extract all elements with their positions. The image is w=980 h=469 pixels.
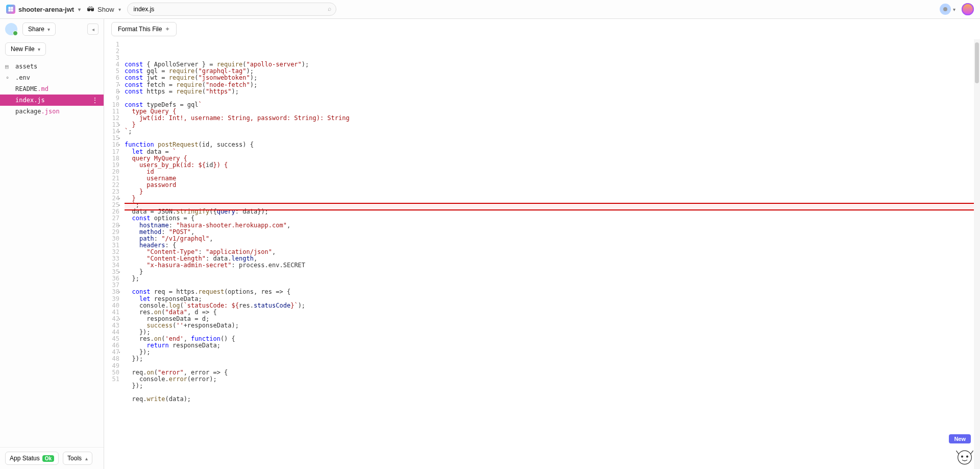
new-file-button[interactable]: New File ▾ — [5, 42, 46, 56]
file-name: .env — [15, 74, 30, 81]
vertical-scrollbar[interactable] — [974, 39, 980, 469]
file-item[interactable]: README.md — [0, 83, 104, 95]
line-number: 49 — [104, 363, 119, 369]
code-line: const req = https.request(options, res =… — [125, 289, 980, 295]
sparkle-icon: ✦ — [165, 26, 170, 33]
code-line: } — [125, 189, 980, 195]
svg-point-1 — [961, 456, 963, 458]
code-line: }); — [125, 329, 980, 336]
file-icon: ▤ — [5, 63, 12, 70]
line-number: 50 — [104, 369, 119, 376]
collapse-sidebar-button[interactable]: ◂ — [87, 24, 99, 35]
topbar: shooter-arena-jwt ▾ 🕶 Show ▾ ⌕ ▾ — [0, 0, 980, 19]
chevron-down-icon: ▾ — [953, 7, 955, 12]
line-number: 31 — [104, 242, 119, 249]
search-input[interactable] — [127, 3, 336, 16]
file-name: assets — [15, 63, 37, 70]
file-item[interactable]: ⚬.env — [0, 72, 104, 83]
show-button[interactable]: 🕶 Show ▾ — [87, 5, 121, 14]
line-number: 6 — [104, 75, 119, 81]
app-status-label: App Status — [10, 455, 40, 462]
code-line: console.log(`statusCode: ${res.statusCod… — [125, 302, 980, 309]
file-name: index.js — [15, 97, 45, 104]
line-gutter: 1234567▾8▾910111213▾14▾15▾16▾17181920212… — [104, 41, 125, 403]
sidebar-footer: App Status Ok Tools ▴ — [0, 447, 104, 469]
glitch-logo-icon[interactable] — [962, 3, 974, 15]
file-name: package.json — [15, 108, 60, 115]
file-item[interactable]: package.json — [0, 106, 104, 117]
code-line: }; — [125, 275, 980, 282]
code-line — [125, 95, 980, 102]
user-menu[interactable]: ▾ — [940, 4, 955, 15]
new-badge-button[interactable]: New — [949, 434, 971, 443]
line-number: 20 — [104, 169, 119, 175]
line-number: 30 — [104, 236, 119, 242]
code-content: const { ApolloServer } = require("apollo… — [125, 41, 980, 403]
user-presence-icon[interactable] — [5, 23, 17, 35]
line-number: 9 — [104, 95, 119, 102]
editor-toolbar: Format This File ✦ — [104, 19, 980, 39]
project-selector[interactable]: shooter-arena-jwt ▾ — [6, 5, 81, 14]
share-button[interactable]: Share ▾ — [22, 22, 56, 36]
svg-point-0 — [958, 451, 972, 464]
code-line: id — [125, 169, 980, 175]
line-number: 17 — [104, 149, 119, 155]
scrollbar-thumb[interactable] — [975, 42, 979, 83]
line-number: 27 — [104, 215, 119, 222]
sunglasses-icon: 🕶 — [87, 5, 94, 14]
code-editor[interactable]: 1234567▾8▾910111213▾14▾15▾16▾17181920212… — [104, 39, 980, 469]
tools-button[interactable]: Tools ▴ — [63, 452, 92, 465]
chevron-down-icon: ▾ — [47, 27, 50, 32]
code-line: jwt(id: Int!, username: String, password… — [125, 115, 980, 122]
line-number: 28▾ — [104, 222, 119, 229]
file-icon: ⚬ — [5, 75, 12, 81]
line-number: 7▾ — [104, 82, 119, 88]
code-line: }); — [125, 356, 980, 362]
svg-point-2 — [966, 456, 968, 458]
code-line: } — [125, 195, 980, 202]
line-number: 8▾ — [104, 88, 119, 95]
code-line: res.on("data", d => { — [125, 309, 980, 316]
code-line: query MyQuery { — [125, 155, 980, 162]
format-label: Format This File — [118, 26, 162, 33]
code-line: data = JSON.stringify({query: data}); — [125, 208, 980, 215]
chevron-down-icon: ▾ — [118, 7, 121, 12]
code-line: res.on('end', function() { — [125, 336, 980, 342]
code-line: `; — [125, 128, 980, 135]
main: Share ▾ ◂ New File ▾ ▤assets⚬.envREADME.… — [0, 19, 980, 469]
sidebar-header: Share ▾ ◂ — [0, 19, 104, 39]
code-line: success(''+responseData); — [125, 322, 980, 329]
sidebar: Share ▾ ◂ New File ▾ ▤assets⚬.envREADME.… — [0, 19, 104, 469]
code-line: password — [125, 182, 980, 189]
sidebar-tools: New File ▾ — [0, 39, 104, 61]
line-number: 10 — [104, 102, 119, 108]
line-number: 40 — [104, 302, 119, 309]
code-line: hostname: "hasura-shooter.herokuapp.com"… — [125, 222, 980, 229]
code-line: users_by_pk(id: ${id}) { — [125, 162, 980, 169]
help-mascot-button[interactable] — [954, 445, 975, 466]
line-number: 51 — [104, 376, 119, 383]
user-avatar-icon — [940, 4, 951, 15]
code-line: responseData = d; — [125, 316, 980, 322]
file-name: README.md — [15, 85, 48, 92]
code-line: console.error(error); — [125, 376, 980, 383]
line-number: 19 — [104, 162, 119, 169]
code-line: path: "/v1/graphql", — [125, 236, 980, 242]
editor-area: Format This File ✦ 1234567▾8▾910111213▾1… — [104, 19, 980, 469]
show-label: Show — [97, 6, 114, 13]
chevron-down-icon: ▾ — [38, 46, 40, 52]
line-number: 18 — [104, 155, 119, 162]
file-menu-icon[interactable]: ⋮ — [91, 97, 99, 104]
file-item[interactable]: ▤assets — [0, 61, 104, 72]
file-item[interactable]: index.js⋮ — [0, 95, 104, 106]
code-line: req.on("error", error => { — [125, 369, 980, 376]
code-line: method: "POST", — [125, 229, 980, 236]
search-icon: ⌕ — [328, 5, 331, 12]
topbar-right: ▾ — [940, 3, 974, 15]
app-status-button[interactable]: App Status Ok — [5, 452, 59, 465]
code-line: let data = ` — [125, 149, 980, 155]
code-line: return responseData; — [125, 342, 980, 349]
line-number: 48 — [104, 356, 119, 362]
format-file-button[interactable]: Format This File ✦ — [111, 22, 177, 36]
chevron-up-icon: ▴ — [85, 456, 88, 461]
